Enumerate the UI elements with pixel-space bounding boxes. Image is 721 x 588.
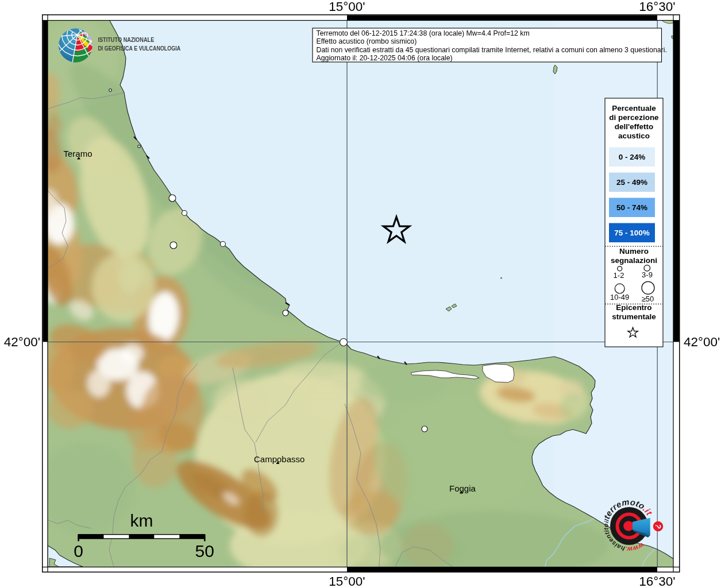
svg-text:Campobasso: Campobasso xyxy=(254,454,304,464)
svg-text:Aggiornato il: 20-12-2025 04:0: Aggiornato il: 20-12-2025 04:06 (ora loc… xyxy=(317,54,453,62)
svg-text:Numero: Numero xyxy=(619,247,649,256)
svg-text:strumentale: strumentale xyxy=(612,312,656,321)
svg-text:75 - 100%: 75 - 100% xyxy=(614,229,650,237)
svg-text:25 - 49%: 25 - 49% xyxy=(616,178,647,187)
svg-text:15°00': 15°00' xyxy=(329,0,365,14)
svg-text:50: 50 xyxy=(195,541,214,560)
svg-text:16°30': 16°30' xyxy=(639,0,675,14)
svg-text:0 - 24%: 0 - 24% xyxy=(619,153,646,161)
svg-text:dell'effetto: dell'effetto xyxy=(615,122,654,131)
svg-text:DI GEOFISICA E VULCANOLOGIA: DI GEOFISICA E VULCANOLOGIA xyxy=(98,45,180,52)
svg-text:acustico: acustico xyxy=(618,131,650,140)
svg-text:≥50: ≥50 xyxy=(642,295,654,303)
svg-text:16°30': 16°30' xyxy=(639,574,675,588)
svg-text:Epicentro: Epicentro xyxy=(616,303,651,312)
svg-text:10-49: 10-49 xyxy=(610,293,629,301)
svg-text:ISTITUTO NAZIONALE: ISTITUTO NAZIONALE xyxy=(98,37,154,44)
svg-text:km: km xyxy=(130,511,153,530)
svg-text:segnalazioni: segnalazioni xyxy=(611,256,657,265)
svg-text:50 - 74%: 50 - 74% xyxy=(616,203,647,212)
svg-text:42°00': 42°00' xyxy=(4,335,40,349)
svg-text:Dati non verificati estratti d: Dati non verificati estratti da 45 quest… xyxy=(317,46,667,54)
svg-text:Percentuale: Percentuale xyxy=(612,104,656,113)
svg-text:di percezione: di percezione xyxy=(609,113,659,122)
svg-text:1-2: 1-2 xyxy=(614,271,624,280)
svg-text:42°00': 42°00' xyxy=(684,335,720,349)
svg-text:Teramo: Teramo xyxy=(64,149,92,158)
svg-text:Terremoto del 06-12-2015 17:24: Terremoto del 06-12-2015 17:24:38 (ora l… xyxy=(317,29,530,37)
svg-text:15°00': 15°00' xyxy=(329,574,365,588)
svg-text:Foggia: Foggia xyxy=(449,483,476,493)
svg-text:3-9: 3-9 xyxy=(642,270,653,279)
svg-text:Effetto acustico (rombo sismic: Effetto acustico (rombo sismico) xyxy=(317,37,417,45)
svg-text:0: 0 xyxy=(74,541,83,560)
